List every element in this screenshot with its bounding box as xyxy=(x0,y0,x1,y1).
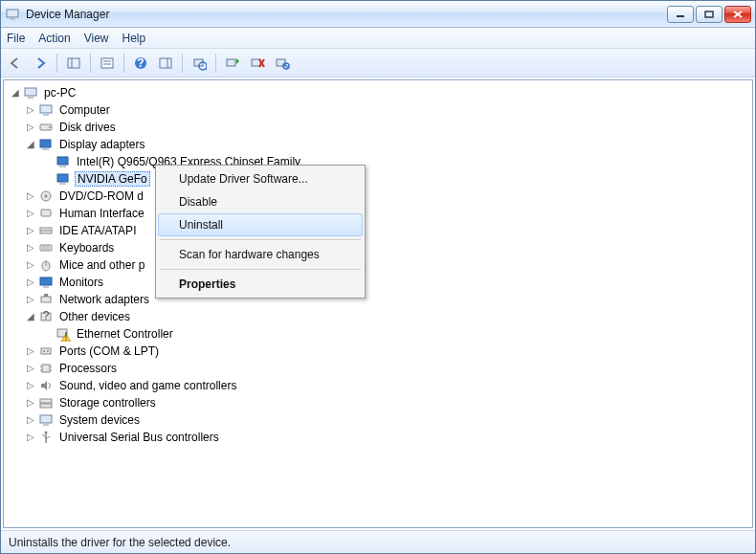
tree-item[interactable]: ▷ IDE ATA/ATAPI xyxy=(4,222,752,239)
processors-icon xyxy=(38,361,54,376)
svg-rect-49 xyxy=(41,297,51,302)
expand-icon[interactable]: ▷ xyxy=(25,345,36,357)
ctx-separator xyxy=(160,239,361,240)
back-button[interactable] xyxy=(5,53,26,74)
svg-rect-50 xyxy=(44,294,48,297)
svg-point-30 xyxy=(49,126,51,128)
tree-item-label: Monitors xyxy=(57,276,105,289)
tree-item-display-adapters[interactable]: ◢ Display adapters xyxy=(4,136,752,153)
svg-rect-66 xyxy=(40,404,52,408)
collapse-icon[interactable]: ◢ xyxy=(25,311,36,322)
svg-rect-32 xyxy=(42,148,49,150)
svg-rect-56 xyxy=(41,348,51,354)
toolbar: ? xyxy=(1,49,755,78)
properties-button[interactable] xyxy=(97,53,118,74)
svg-rect-35 xyxy=(57,174,68,182)
help-button[interactable]: ? xyxy=(130,53,151,74)
svg-rect-25 xyxy=(25,88,36,96)
svg-rect-39 xyxy=(41,210,51,216)
tree-item-other-devices[interactable]: ◢ ? Other devices xyxy=(4,308,752,325)
expand-icon[interactable]: ▷ xyxy=(25,363,36,374)
svg-rect-36 xyxy=(59,183,66,185)
ctx-separator xyxy=(160,269,361,270)
tree-item-label: Mice and other p xyxy=(57,258,146,272)
tree-item[interactable]: ▷ Sound, video and game controllers xyxy=(4,377,752,394)
tree-item[interactable]: ▷ Processors xyxy=(4,360,752,377)
tree-item[interactable]: ▷ Ports (COM & LPT) xyxy=(4,343,752,360)
svg-rect-0 xyxy=(7,10,18,17)
maximize-button[interactable] xyxy=(696,6,723,23)
svg-rect-48 xyxy=(43,286,49,288)
expand-icon[interactable]: ▷ xyxy=(25,380,36,391)
svg-point-38 xyxy=(45,195,48,198)
tree-item[interactable]: ▷ System devices xyxy=(4,411,752,429)
tree-child[interactable]: ▷ ! Ethernet Controller xyxy=(4,325,752,343)
svg-rect-33 xyxy=(57,157,68,165)
tree-item[interactable]: ▷ Computer xyxy=(4,101,752,119)
disk-drives-icon xyxy=(38,120,54,135)
uninstall-icon[interactable] xyxy=(247,53,268,74)
update-driver-icon[interactable] xyxy=(222,53,243,74)
device-tree[interactable]: ◢ pc-PC ▷ Computer ▷ Disk drives ◢ Displ… xyxy=(3,79,753,528)
collapse-icon[interactable]: ◢ xyxy=(25,139,36,150)
tree-item[interactable]: ▷ Monitors xyxy=(4,274,752,291)
scan-hardware-icon[interactable] xyxy=(189,53,210,74)
expand-icon[interactable]: ▷ xyxy=(25,432,36,443)
menu-help[interactable]: Help xyxy=(122,32,146,45)
show-hide-console-tree-button[interactable] xyxy=(63,53,84,74)
collapse-icon[interactable]: ◢ xyxy=(10,87,21,99)
ctx-disable[interactable]: Disable xyxy=(158,190,363,213)
tree-item[interactable]: ▷ DVD/CD-ROM d xyxy=(4,188,752,205)
expand-icon[interactable]: ▷ xyxy=(25,104,36,116)
expand-icon[interactable]: ▷ xyxy=(25,208,36,219)
ctx-item-label: Scan for hardware changes xyxy=(179,248,320,261)
sound-icon xyxy=(38,378,54,393)
expand-icon[interactable]: ▷ xyxy=(25,414,36,426)
forward-button[interactable] xyxy=(30,53,51,74)
svg-rect-26 xyxy=(28,97,33,99)
tree-child[interactable]: ▷ Intel(R) Q965/Q963 Express Chipset Fam… xyxy=(4,153,752,170)
tree-item[interactable]: ▷ Mice and other p xyxy=(4,256,752,274)
tree-item[interactable]: ▷ Universal Serial Bus controllers xyxy=(4,429,752,446)
expand-icon[interactable]: ▷ xyxy=(25,190,36,202)
expand-icon[interactable]: ▷ xyxy=(25,225,36,236)
system-devices-icon xyxy=(38,412,54,428)
svg-marker-64 xyxy=(41,381,47,390)
expand-icon[interactable]: ▷ xyxy=(25,294,36,305)
minimize-button[interactable] xyxy=(667,6,694,23)
ctx-properties[interactable]: Properties xyxy=(158,273,363,296)
menu-action[interactable]: Action xyxy=(38,32,70,45)
usb-icon xyxy=(38,430,54,445)
action-pane-button[interactable] xyxy=(155,53,176,74)
ctx-scan-hardware[interactable]: Scan for hardware changes xyxy=(158,243,363,266)
close-button[interactable] xyxy=(724,6,751,23)
svg-rect-18 xyxy=(227,59,235,66)
expand-icon[interactable]: ▷ xyxy=(25,122,36,133)
ctx-update-driver[interactable]: Update Driver Software... xyxy=(158,167,363,190)
svg-line-17 xyxy=(206,69,207,70)
tree-child-selected[interactable]: ▷ NVIDIA GeFo xyxy=(4,170,752,188)
tree-item[interactable]: ▷ Human Interface xyxy=(4,205,752,222)
expand-icon[interactable]: ▷ xyxy=(25,259,36,271)
tree-root[interactable]: ◢ pc-PC xyxy=(4,84,752,101)
keyboards-icon xyxy=(38,240,54,255)
tree-item-label: Disk drives xyxy=(57,121,118,134)
storage-controllers-icon xyxy=(38,395,54,410)
tree-item[interactable]: ▷ Storage controllers xyxy=(4,394,752,411)
svg-rect-68 xyxy=(43,424,49,426)
expand-icon[interactable]: ▷ xyxy=(25,242,36,254)
tree-item[interactable]: ▷ Network adapters xyxy=(4,291,752,308)
menu-view[interactable]: View xyxy=(84,32,109,45)
tree-item-label: Keyboards xyxy=(57,241,116,255)
svg-text:?: ? xyxy=(43,309,50,322)
expand-icon[interactable]: ▷ xyxy=(25,277,36,288)
tree-item[interactable]: ▷ Keyboards xyxy=(4,239,752,256)
svg-point-58 xyxy=(47,350,49,352)
ctx-uninstall[interactable]: Uninstall xyxy=(158,213,363,236)
unknown-device-warning-icon: ! xyxy=(56,326,71,342)
svg-text:?: ? xyxy=(137,56,144,70)
menu-file[interactable]: File xyxy=(7,32,25,45)
disable-icon[interactable] xyxy=(272,53,293,74)
expand-icon[interactable]: ▷ xyxy=(25,397,36,409)
tree-item[interactable]: ▷ Disk drives xyxy=(4,119,752,136)
